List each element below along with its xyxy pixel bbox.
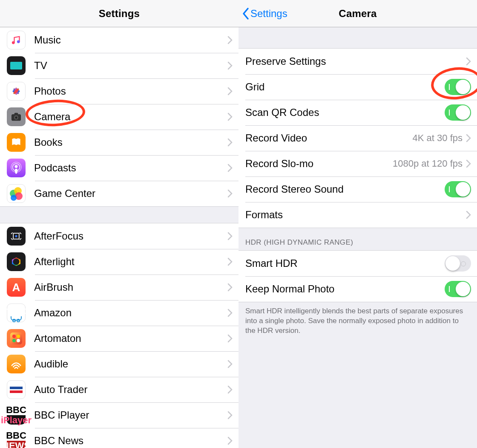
- row-label: Music: [34, 34, 227, 46]
- row-label: Preserve Settings: [245, 55, 466, 67]
- camera-settings-screen: Settings Camera Preserve Settings Grid S…: [238, 0, 477, 448]
- podcasts-icon: [7, 159, 26, 177]
- back-label: Settings: [250, 8, 287, 20]
- back-button[interactable]: Settings: [242, 0, 287, 27]
- bbc-news-icon: BBCNEWS: [7, 431, 26, 448]
- chevron-right-icon: [227, 138, 233, 147]
- row-label: Record Slo-mo: [245, 158, 393, 170]
- row-label: Game Center: [34, 188, 227, 199]
- row-label: Camera: [34, 111, 227, 123]
- row-scan-qr: Scan QR Codes: [238, 100, 477, 125]
- chevron-right-icon: [227, 436, 233, 445]
- settings-row-camera[interactable]: Camera: [0, 104, 238, 130]
- stereo-toggle[interactable]: [445, 181, 471, 197]
- row-label: Record Stereo Sound: [245, 183, 445, 195]
- settings-title: Settings: [99, 8, 140, 20]
- row-label: Podcasts: [34, 162, 227, 174]
- settings-row-amazon[interactable]: amazon Amazon: [0, 300, 238, 326]
- settings-row-music[interactable]: Music: [0, 27, 238, 53]
- row-label: Scan QR Codes: [245, 107, 445, 119]
- row-record-slomo[interactable]: Record Slo-mo 1080p at 120 fps: [238, 151, 477, 176]
- settings-row-tv[interactable]: TV: [0, 53, 238, 78]
- grid-toggle[interactable]: [445, 79, 471, 95]
- row-preserve-settings[interactable]: Preserve Settings: [238, 49, 477, 74]
- chevron-right-icon: [466, 159, 471, 168]
- row-value: 4K at 30 fps: [413, 133, 463, 144]
- svg-point-18: [15, 235, 17, 237]
- row-label: AirBrush: [34, 281, 227, 293]
- chevron-right-icon: [227, 385, 233, 394]
- row-label: Auto Trader: [34, 384, 227, 396]
- settings-row-audible[interactable]: Audible: [0, 351, 238, 377]
- chevron-right-icon: [466, 57, 471, 66]
- row-label: Formats: [245, 209, 466, 221]
- svg-point-21: [17, 335, 20, 338]
- svg-point-14: [15, 165, 18, 168]
- afterfocus-icon: [7, 227, 26, 246]
- chevron-right-icon: [227, 189, 233, 198]
- svg-rect-19: [10, 332, 22, 344]
- row-label: AfterFocus: [34, 230, 227, 242]
- svg-point-23: [17, 339, 20, 342]
- settings-row-airbrush[interactable]: A AirBrush: [0, 275, 238, 300]
- settings-row-bbc-news[interactable]: BBCNEWS BBC News: [0, 428, 238, 448]
- chevron-right-icon: [227, 232, 233, 240]
- bbc-iplayer-icon: BBCiPlayer: [7, 406, 26, 425]
- settings-row-bbc-iplayer[interactable]: BBCiPlayer BBC iPlayer: [0, 402, 238, 428]
- settings-row-auto-trader[interactable]: Auto Trader: [0, 377, 238, 402]
- settings-row-game-center[interactable]: Game Center: [0, 181, 238, 206]
- chevron-right-icon: [227, 283, 233, 292]
- auto-trader-icon: [7, 380, 26, 399]
- row-label: Photos: [34, 85, 227, 97]
- chevron-right-icon: [227, 61, 233, 70]
- settings-row-podcasts[interactable]: Podcasts: [0, 155, 238, 181]
- chevron-right-icon: [227, 257, 233, 266]
- row-label: Afterlight: [34, 256, 227, 268]
- row-keep-normal: Keep Normal Photo: [238, 276, 477, 302]
- chevron-right-icon: [227, 411, 233, 419]
- settings-screen: Settings Music TV: [0, 0, 238, 448]
- settings-row-afterfocus[interactable]: AfterFocus: [0, 223, 238, 249]
- svg-rect-11: [14, 113, 18, 115]
- row-label: Artomaton: [34, 332, 227, 344]
- camera-icon: [7, 107, 26, 126]
- settings-row-afterlight[interactable]: Afterlight: [0, 249, 238, 275]
- chevron-right-icon: [227, 87, 233, 95]
- settings-row-photos[interactable]: Photos: [0, 78, 238, 104]
- row-label: Keep Normal Photo: [245, 283, 445, 295]
- afterlight-icon: [7, 252, 26, 271]
- hdr-section-footer: Smart HDR intelligently blends the best …: [238, 302, 477, 344]
- chevron-right-icon: [466, 211, 471, 219]
- audible-icon: [7, 355, 26, 373]
- row-label: Grid: [245, 81, 445, 93]
- row-label: Amazon: [34, 307, 227, 319]
- books-icon: [7, 133, 26, 152]
- row-record-video[interactable]: Record Video 4K at 30 fps: [238, 125, 477, 151]
- settings-row-artomaton[interactable]: Artomaton: [0, 326, 238, 351]
- tv-icon: [7, 56, 26, 75]
- amazon-icon: amazon: [7, 303, 26, 322]
- qr-toggle[interactable]: [445, 104, 471, 121]
- chevron-right-icon: [466, 134, 471, 142]
- airbrush-icon: A: [7, 278, 26, 297]
- row-label: TV: [34, 60, 227, 72]
- row-grid: Grid: [238, 74, 477, 100]
- row-label: Books: [34, 136, 227, 148]
- row-value: 1080p at 120 fps: [393, 158, 463, 169]
- artomaton-icon: [7, 329, 26, 348]
- row-label: BBC iPlayer: [34, 409, 227, 421]
- row-smart-hdr: Smart HDR: [238, 251, 477, 276]
- row-label: Smart HDR: [245, 257, 445, 269]
- settings-navbar: Settings: [0, 0, 238, 27]
- row-label: Record Video: [245, 132, 413, 144]
- chevron-right-icon: [227, 113, 233, 121]
- svg-point-20: [12, 335, 16, 338]
- keep-normal-toggle[interactable]: [445, 281, 471, 297]
- chevron-right-icon: [227, 164, 233, 172]
- smart-hdr-toggle[interactable]: [445, 255, 471, 272]
- settings-row-books[interactable]: Books: [0, 130, 238, 155]
- hdr-section-header: HDR (HIGH DYNAMIC RANGE): [238, 228, 477, 251]
- chevron-right-icon: [227, 36, 233, 44]
- chevron-right-icon: [227, 309, 233, 317]
- row-formats[interactable]: Formats: [238, 202, 477, 228]
